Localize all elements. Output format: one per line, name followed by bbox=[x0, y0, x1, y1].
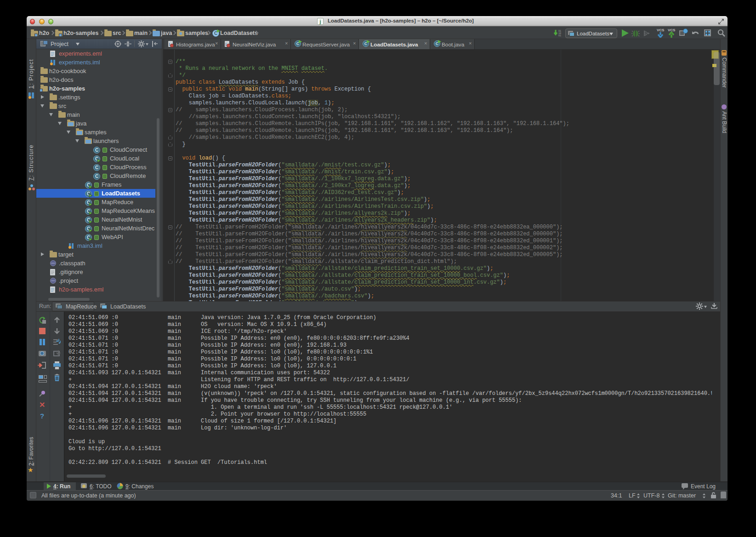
svg-text:01: 01 bbox=[558, 34, 561, 37]
